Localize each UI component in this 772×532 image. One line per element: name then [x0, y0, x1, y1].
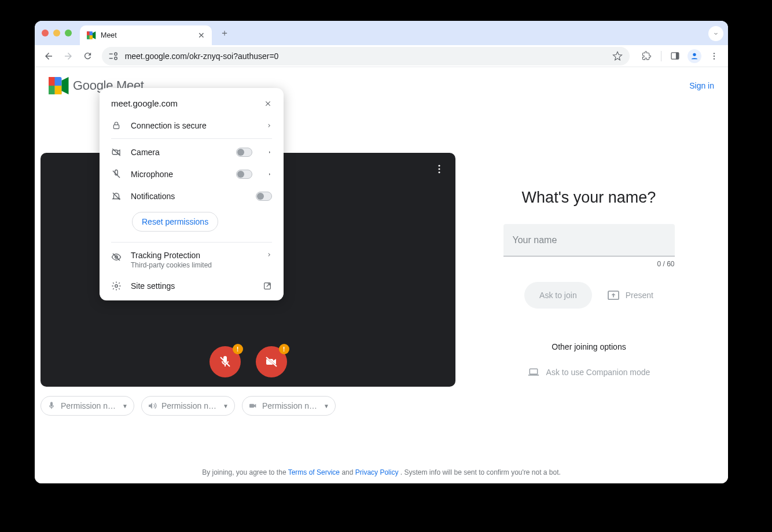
tracking-title: Tracking Protection [131, 251, 251, 260]
footer-text: By joining, you agree to the [202, 468, 288, 476]
site-info-icon[interactable] [109, 52, 119, 61]
svg-rect-17 [55, 86, 62, 94]
footer-text: . System info will be sent to confirm yo… [400, 468, 561, 476]
svg-point-7 [114, 57, 117, 60]
close-tab-button[interactable]: ✕ [198, 31, 205, 40]
tracking-protection-row[interactable]: Tracking Protection Third-party cookies … [100, 245, 284, 275]
bell-off-icon [111, 191, 122, 201]
svg-rect-2 [87, 35, 90, 39]
svg-point-13 [714, 58, 715, 59]
chrome-menu-button[interactable] [706, 47, 722, 65]
extensions-button[interactable] [639, 47, 655, 65]
maximize-window-button[interactable] [65, 30, 72, 36]
video-more-options-button[interactable] [433, 163, 445, 175]
ask-to-join-button[interactable]: Ask to join [524, 282, 592, 309]
row-label: Notifications [131, 192, 247, 201]
reset-permissions-button[interactable]: Reset permissions [132, 212, 218, 232]
speaker-icon [148, 401, 157, 410]
bookmark-star-icon[interactable] [612, 51, 623, 61]
chip-label: Permission ne… [262, 401, 319, 410]
row-label: Microphone [131, 170, 227, 179]
join-panel: What's your name? 0 / 60 Ask to join Pre… [455, 104, 722, 416]
terms-link[interactable]: Terms of Service [288, 468, 340, 476]
divider [111, 138, 272, 139]
back-button[interactable] [41, 47, 57, 65]
meet-logo-icon [49, 77, 69, 94]
present-icon [607, 290, 620, 300]
laptop-icon [528, 368, 539, 377]
chevron-down-icon: ▼ [223, 403, 229, 409]
svg-point-10 [693, 53, 696, 56]
button-label: Present [626, 291, 653, 300]
tab-title: Meet [101, 31, 117, 39]
camera-toggle-button[interactable]: ! [256, 346, 287, 377]
camera-off-icon [264, 355, 278, 369]
chevron-down-icon: ▼ [122, 403, 128, 409]
notifications-toggle[interactable] [256, 192, 272, 201]
companion-mode-button[interactable]: Ask to use Companion mode [528, 368, 650, 377]
lock-icon [111, 121, 122, 130]
tab-search-button[interactable] [708, 26, 723, 41]
minimize-window-button[interactable] [53, 30, 60, 36]
open-external-icon [263, 281, 272, 291]
svg-point-11 [714, 53, 715, 54]
tracking-subtitle: Third-party cookies limited [131, 261, 251, 269]
svg-rect-30 [528, 375, 538, 376]
browser-tab[interactable]: Meet ✕ [80, 25, 212, 45]
camera-toggle[interactable] [236, 148, 252, 157]
mic-select-chip[interactable]: Permission ne… ▼ [41, 396, 134, 416]
reload-button[interactable] [80, 47, 96, 65]
svg-rect-16 [49, 86, 55, 94]
tab-strip: Meet ✕ ＋ [35, 21, 728, 45]
speaker-select-chip[interactable]: Permission ne… ▼ [141, 396, 235, 416]
new-tab-button[interactable]: ＋ [220, 27, 229, 39]
other-options-heading: Other joining options [552, 342, 626, 351]
chevron-right-icon[interactable] [267, 149, 272, 155]
warning-badge-icon: ! [279, 344, 289, 354]
svg-rect-5 [109, 58, 112, 59]
divider [111, 242, 272, 243]
profile-button[interactable] [686, 47, 703, 65]
button-label: Ask to use Companion mode [546, 368, 650, 377]
eye-off-icon [111, 252, 122, 262]
chevron-right-icon [266, 252, 272, 258]
svg-rect-27 [249, 404, 254, 408]
address-bar[interactable]: meet.google.com/okr-znyq-soi?authuser=0 [102, 47, 630, 65]
warning-badge-icon: ! [233, 344, 243, 354]
svg-rect-4 [109, 53, 112, 54]
chevron-right-icon[interactable] [267, 171, 272, 177]
side-panel-button[interactable] [667, 47, 683, 65]
button-label: Ask to join [539, 291, 577, 300]
page-heading: What's your name? [522, 189, 656, 207]
close-window-button[interactable] [42, 30, 49, 36]
chevron-right-icon [266, 123, 272, 129]
permission-chips: Permission ne… ▼ Permission ne… ▼ [41, 396, 455, 416]
browser-window: Meet ✕ ＋ meet.google.com/okr-znyq-soi?au… [35, 21, 728, 483]
chip-label: Permission ne… [61, 401, 117, 410]
svg-line-34 [113, 171, 120, 178]
svg-rect-9 [676, 53, 679, 59]
footer-legal: By joining, you agree to the Terms of Se… [35, 468, 728, 476]
mic-toggle-button[interactable]: ! [209, 346, 241, 377]
microphone-toggle[interactable] [236, 170, 252, 179]
present-button[interactable]: Present [607, 290, 653, 300]
site-settings-row[interactable]: Site settings [100, 275, 284, 297]
mic-off-icon [218, 355, 232, 369]
camera-permission-row: Camera [100, 141, 284, 163]
url-text: meet.google.com/okr-znyq-soi?authuser=0 [125, 52, 279, 61]
button-label: Reset permissions [142, 217, 208, 226]
row-label: Camera [131, 148, 227, 157]
svg-rect-31 [113, 125, 119, 129]
privacy-link[interactable]: Privacy Policy [355, 468, 399, 476]
svg-point-20 [439, 171, 440, 173]
page-content: Google Meet Sign in ! [35, 67, 728, 483]
meet-favicon-icon [87, 31, 96, 39]
sign-in-link[interactable]: Sign in [689, 81, 714, 90]
row-label: Connection is secure [131, 121, 251, 130]
close-popover-button[interactable] [264, 100, 272, 108]
name-input[interactable] [503, 224, 675, 256]
chip-label: Permission ne… [161, 401, 218, 410]
camera-select-chip[interactable]: Permission ne… ▼ [242, 396, 336, 416]
forward-button[interactable] [60, 47, 76, 65]
connection-secure-row[interactable]: Connection is secure [100, 115, 284, 136]
